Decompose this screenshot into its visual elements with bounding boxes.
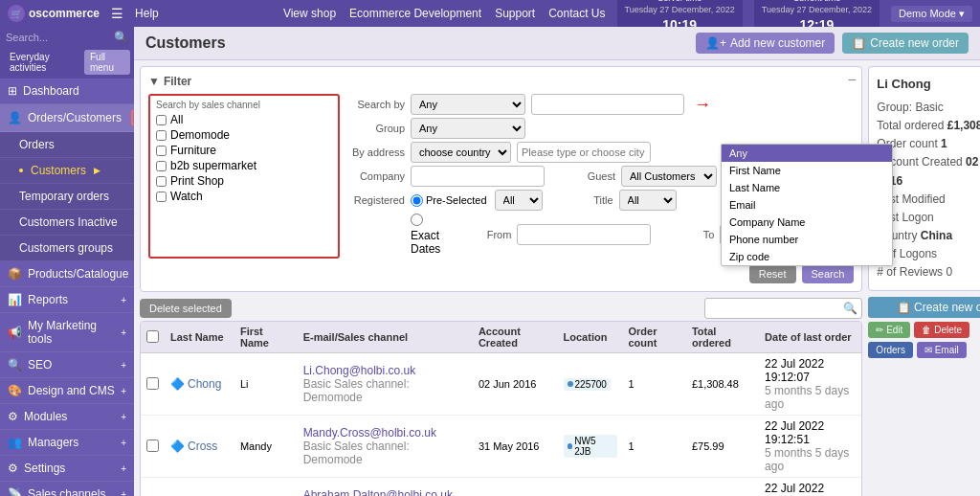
detail-create-order-button[interactable]: 📋 Create new order [868, 297, 980, 318]
help-link[interactable]: Help [135, 7, 159, 20]
create-order-button[interactable]: 📋 Create new order [842, 33, 969, 54]
row-last-order-date: 22 Jul 2022 19:12:07 [765, 357, 824, 384]
dropdown-item-phone[interactable]: Phone number [722, 231, 892, 248]
sidebar-item-design[interactable]: 🎨 Design and CMS + [0, 378, 134, 404]
customer-name-link[interactable]: 🔷Chong [170, 377, 221, 391]
dropdown-item-company[interactable]: Company Name [722, 214, 892, 231]
sidebar-search-input[interactable] [6, 32, 110, 43]
sidebar-item-temporary-orders[interactable]: Temporary orders [0, 184, 134, 210]
select-all-checkbox[interactable] [146, 330, 159, 343]
table-search-input[interactable] [709, 303, 843, 314]
hamburger-icon[interactable]: ☰ [111, 6, 123, 21]
dropdown-item-lastname[interactable]: Last Name [722, 179, 892, 196]
add-customer-button[interactable]: 👤+ Add new customer [696, 33, 835, 54]
sidebar-item-customers-groups[interactable]: Customers groups [0, 236, 134, 261]
sidebar-item-label: Customers groups [19, 241, 113, 255]
col-account-created[interactable]: Account Created [473, 322, 558, 353]
search-button[interactable]: Search [802, 264, 855, 283]
exact-dates-radio-label[interactable]: Exact Dates [411, 214, 440, 256]
row-email-link[interactable]: Abraham.Dalton@holbi.co.uk [303, 488, 467, 496]
ecommerce-dev-link[interactable]: Ecommerce Development [349, 7, 481, 20]
sidebar-item-customers-inactive[interactable]: Customers Inactive [0, 210, 134, 236]
detail-email-button[interactable]: ✉ Email [917, 342, 967, 358]
city-input[interactable] [517, 142, 651, 163]
table-row[interactable]: 🔷Cross Mandy Mandy.Cross@holbi.co.uk Bas… [141, 416, 861, 478]
filter-icon: ▼ [148, 75, 160, 88]
reset-button[interactable]: Reset [749, 264, 796, 283]
sidebar-item-settings[interactable]: ⚙ Settings + [0, 456, 134, 482]
dropdown-item-email[interactable]: Email [722, 196, 892, 214]
channel-watch-checkbox[interactable] [156, 192, 167, 202]
channel-all-checkbox[interactable] [156, 115, 167, 125]
support-link[interactable]: Support [495, 7, 535, 20]
sidebar-item-products[interactable]: 📦 Products/Catalogue + [0, 261, 134, 287]
title-select[interactable]: All [619, 190, 677, 211]
guest-select[interactable]: All Customers [621, 166, 717, 187]
channel-furniture: Furniture [156, 144, 332, 157]
row-email: Abraham.Dalton@holbi.co.uk Basic Sales c… [298, 478, 473, 497]
pre-selected-radio[interactable] [411, 194, 423, 207]
customer-name-link[interactable]: 🔷Cross [170, 440, 217, 453]
row-email-link[interactable]: Li.Chong@holbi.co.uk [303, 364, 467, 377]
sidebar-item-modules[interactable]: ⚙ Modules + [0, 404, 134, 430]
sidebar-item-seo[interactable]: 🔍 SEO + [0, 352, 134, 378]
row-last-order-relative: 5 months 5 days ago [765, 446, 849, 473]
table-row[interactable]: 🔷Chong Li Li.Chong@holbi.co.uk Basic Sal… [141, 353, 861, 416]
channel-furniture-checkbox[interactable] [156, 146, 167, 156]
row-select-checkbox[interactable] [146, 440, 159, 452]
exact-dates-radio[interactable] [411, 214, 423, 226]
row-location: NW5 2JB [558, 416, 623, 478]
contact-us-link[interactable]: Contact Us [548, 7, 605, 20]
dropdown-item-firstname[interactable]: First Name [722, 162, 892, 179]
sidebar-item-managers[interactable]: 👥 Managers + [0, 430, 134, 456]
table-row[interactable]: 🔷Dalton Abraham Abraham.Dalton@holbi.co.… [141, 478, 861, 497]
delete-selected-button[interactable]: Delete selected [140, 299, 232, 318]
group-select[interactable]: Any [411, 118, 525, 139]
registered-all-select[interactable]: All [495, 190, 543, 211]
row-total-ordered: £1,308.48 [686, 353, 759, 416]
from-date-input[interactable] [517, 224, 651, 245]
sidebar-item-dashboard[interactable]: ⊞ Dashboard [0, 79, 134, 104]
col-last-name[interactable]: Last Name [165, 322, 234, 353]
col-last-order[interactable]: Date of last order [759, 322, 861, 353]
channel-demomode-checkbox[interactable] [156, 130, 167, 141]
country-select[interactable]: choose country [411, 142, 511, 163]
filter-collapse-button[interactable]: – [849, 71, 857, 86]
company-input[interactable] [411, 166, 545, 187]
detail-edit-button[interactable]: ✏ Edit [868, 322, 910, 338]
sidebar-item-orders[interactable]: Orders [0, 132, 134, 158]
col-order-count[interactable]: Order count [623, 322, 686, 353]
row-first-name: Mandy [234, 416, 298, 478]
channel-b2b-checkbox[interactable] [156, 161, 167, 171]
detail-delete-button[interactable]: 🗑 Delete [914, 322, 969, 338]
sidebar-item-label: Temporary orders [19, 190, 109, 203]
row-select-checkbox[interactable] [146, 377, 159, 390]
col-first-name[interactable]: First Name [234, 322, 298, 353]
sidebar-item-label: Customers Inactive [19, 215, 118, 229]
sidebar-item-label: Dashboard [23, 84, 79, 98]
sidebar-item-reports[interactable]: 📊 Reports + [0, 287, 134, 313]
sidebar-item-orders-customers[interactable]: 👤 Orders/Customers → ▾ [0, 104, 134, 132]
col-email[interactable]: E-mail/Sales channel [298, 322, 473, 353]
dropdown-item-zip[interactable]: Zip code [722, 248, 892, 265]
channel-printshop-checkbox[interactable] [156, 176, 167, 187]
sidebar-item-marketing[interactable]: 📢 My Marketing tools + [0, 313, 134, 352]
row-email-link[interactable]: Mandy.Cross@holbi.co.uk [303, 426, 467, 440]
demo-mode-button[interactable]: Demo Mode ▾ [891, 6, 972, 22]
search-by-select[interactable]: Any First Name Last Name Email Company N… [411, 94, 525, 115]
col-location[interactable]: Location [558, 322, 623, 353]
view-shop-link[interactable]: View shop [283, 7, 336, 20]
full-menu-tab[interactable]: Full menu [84, 50, 130, 75]
pre-selected-radio-label[interactable]: Pre-Selected [411, 194, 487, 207]
sidebar-item-customers[interactable]: Customers ▶ [0, 158, 134, 184]
everyday-activities-tab[interactable]: Everyday activities [4, 50, 80, 75]
detail-orders-button[interactable]: Orders [868, 342, 913, 358]
channel-printshop: Print Shop [156, 174, 332, 188]
sidebar-item-sales-channels[interactable]: 📡 Sales channels + [0, 482, 134, 496]
search-by-input[interactable] [531, 94, 684, 115]
dropdown-item-any[interactable]: Any [722, 145, 892, 162]
row-account-created: 31 May 2016 [473, 416, 558, 478]
row-total-ordered: £195.00 [686, 478, 759, 497]
col-total-ordered[interactable]: Total ordered [686, 322, 759, 353]
sidebar-item-label: My Marketing tools [28, 319, 115, 346]
